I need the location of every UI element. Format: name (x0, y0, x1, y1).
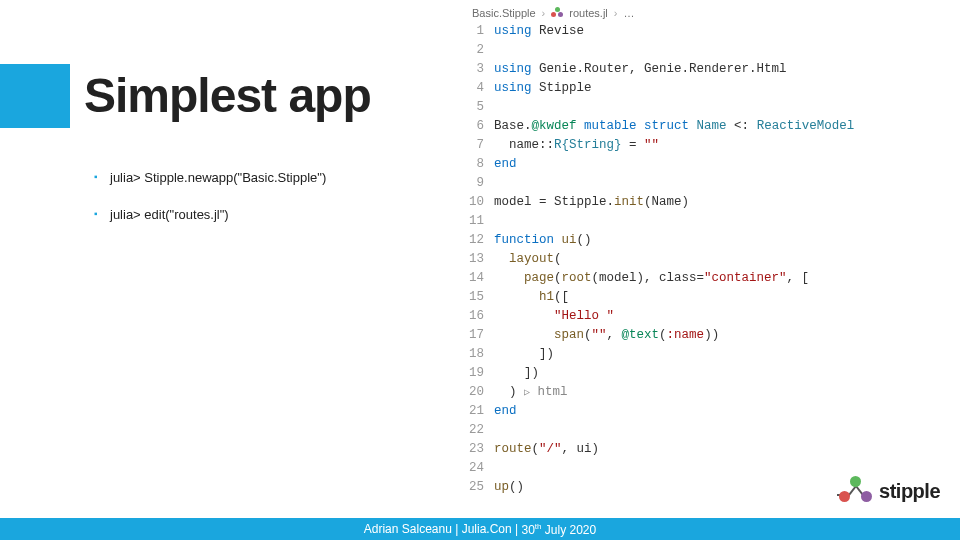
stipple-icon (839, 476, 873, 506)
code-panel: Basic.Stipple › routes.jl › … 1234567891… (460, 0, 960, 500)
accent-block (0, 64, 70, 128)
line-gutter: 1234567891011121314151617181920212223242… (460, 22, 494, 497)
footer-date: 30th July 2020 (521, 522, 596, 537)
code-editor: 1234567891011121314151617181920212223242… (460, 22, 960, 497)
breadcrumb-seg: Basic.Stipple (472, 7, 536, 19)
breadcrumb-seg: routes.jl (569, 7, 608, 19)
breadcrumb: Basic.Stipple › routes.jl › … (460, 0, 960, 22)
footer-bar: Adrian Salceanu | Julia.Con | 30th July … (0, 518, 960, 540)
bullet-list: julia> Stipple.newapp("Basic.Stipple") j… (110, 170, 326, 244)
footer-sep: | (512, 522, 522, 536)
footer-event: Julia.Con (462, 522, 512, 536)
footer-sep: | (452, 522, 462, 536)
chevron-icon: › (542, 7, 546, 19)
bullet-item: julia> Stipple.newapp("Basic.Stipple") (110, 170, 326, 185)
code-body: using Reviseusing Genie.Router, Genie.Re… (494, 22, 960, 497)
breadcrumb-seg: … (623, 7, 634, 19)
brand-text: stipple (879, 480, 940, 503)
bullet-item: julia> edit("routes.jl") (110, 207, 326, 222)
chevron-icon: › (614, 7, 618, 19)
slide: Simplest app julia> Stipple.newapp("Basi… (0, 0, 960, 540)
footer-author: Adrian Salceanu (364, 522, 452, 536)
slide-title: Simplest app (84, 68, 371, 123)
brand-logo: stipple (839, 476, 940, 506)
julia-icon (551, 7, 563, 19)
